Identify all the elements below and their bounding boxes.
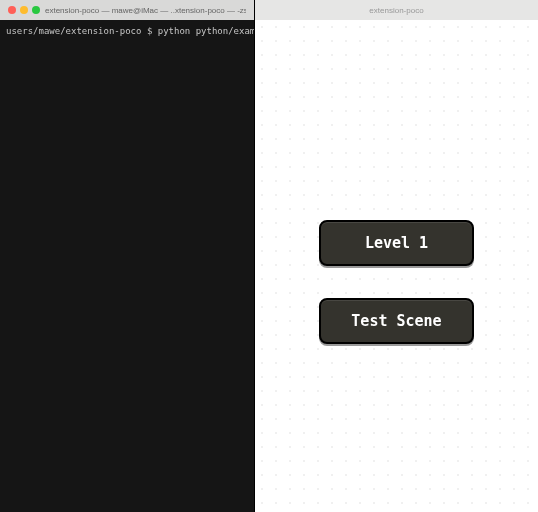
terminal-titlebar: extension-poco — mawe@iMac — ..xtension-… <box>0 0 254 20</box>
level1-button[interactable]: Level 1 <box>319 220 474 266</box>
prompt-path: users/mawe/extension-poco <box>6 26 141 36</box>
game-window: extension-poco Level 1 Test Scene <box>254 0 538 512</box>
terminal-title: extension-poco — mawe@iMac — ..xtension-… <box>45 6 246 15</box>
button-label: Level 1 <box>365 234 428 252</box>
game-canvas: Level 1 Test Scene <box>255 20 538 512</box>
traffic-lights <box>8 6 40 14</box>
game-titlebar: extension-poco <box>255 0 538 20</box>
close-icon[interactable] <box>8 6 16 14</box>
test-scene-button[interactable]: Test Scene <box>319 298 474 344</box>
terminal-window: extension-poco — mawe@iMac — ..xtension-… <box>0 0 254 512</box>
game-title: extension-poco <box>369 6 423 15</box>
maximize-icon[interactable] <box>32 6 40 14</box>
terminal-body[interactable]: users/mawe/extension-poco $ python pytho… <box>0 20 254 512</box>
terminal-prompt-line: users/mawe/extension-poco $ python pytho… <box>6 24 248 38</box>
button-label: Test Scene <box>351 312 441 330</box>
minimize-icon[interactable] <box>20 6 28 14</box>
prompt-symbol: $ <box>147 26 152 36</box>
